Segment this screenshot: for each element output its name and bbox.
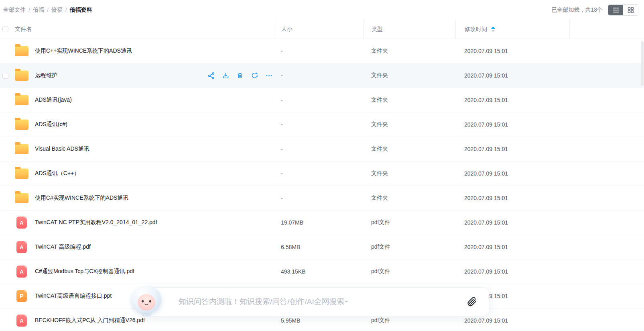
scrollbar-thumb[interactable] [641,41,644,86]
file-size: 19.07MB [273,219,363,226]
column-header-name[interactable]: 文件名 [15,26,32,33]
file-size: - [273,170,363,177]
table-row[interactable]: ADS通讯(java) - 文件夹 2020.07.09 15:01 [0,88,644,112]
file-name[interactable]: ADS通讯（C++） [35,170,79,177]
table-row[interactable]: 使用C++实现WINCE系统下的ADS通讯 - 文件夹 2020.07.09 1… [0,39,644,63]
paperclip-icon [467,296,477,307]
attach-button[interactable] [466,296,478,308]
topbar-right: 已全部加载，共18个 [551,4,638,16]
file-size: - [273,195,363,201]
file-name[interactable]: BECKHOFF嵌入式PC从 入门到精通V26.pdf [35,317,145,324]
folder-icon [15,46,28,56]
pdf-file-icon: A [16,241,27,253]
file-name[interactable]: TwinCAT 高级编程.pdf [35,243,91,251]
ai-search-input[interactable]: 知识问答内测啦！知识搜索/问答/创作/AI全网搜索~ [145,287,490,316]
ppt-file-icon: P [16,290,27,302]
file-name[interactable]: 远程维护 [35,72,57,79]
table-row[interactable]: ADS通讯（C++） - 文件夹 2020.07.09 15:01 [0,161,644,186]
folder-icon [15,193,28,203]
file-mtime: 2020.07.09 15:01 [455,72,570,79]
breadcrumb-separator: / [65,7,67,13]
file-size: 5.95MB [273,317,363,324]
ai-search-placeholder: 知识问答内测啦！知识搜索/问答/创作/AI全网搜索~ [179,296,466,307]
row-checkbox[interactable] [2,73,8,79]
file-name[interactable]: Visual Basic ADS通讯 [35,145,89,153]
folder-icon [15,144,28,154]
table-row-hovered[interactable]: 远程维护 - 文件夹 2020.07.09 15:01 [0,63,644,88]
delete-button[interactable] [236,71,244,80]
file-name[interactable]: C#通过Modbus Tcp与CX控制器通讯.pdf [35,268,134,275]
sync-sparkle-icon [251,72,258,80]
grid-view-button[interactable] [623,5,638,15]
file-mtime: 2020.07.09 15:01 [455,268,570,275]
file-type: 文件夹 [363,96,455,104]
pdf-file-icon: A [16,266,27,278]
download-icon [222,72,230,80]
table-row[interactable]: ATwinCAT 高级编程.pdf 6.58MB pdf文件 2020.07.0… [0,235,644,259]
file-size: 6.58MB [273,244,363,250]
share-nodes-icon [207,72,215,80]
file-mtime: 2020.07.09 15:01 [455,195,570,201]
file-name[interactable]: TwinCAT NC PTP实用教程V2.0_2014_01_22.pdf [35,219,157,226]
file-mtime: 2020.07.09 15:01 [455,317,570,324]
table-row[interactable]: ATwinCAT NC PTP实用教程V2.0_2014_01_22.pdf 1… [0,210,644,235]
ai-assistant-bar: 知识问答内测啦！知识搜索/问答/创作/AI全网搜索~ [132,285,490,317]
folder-icon [15,119,28,130]
file-mtime: 2020.07.09 15:01 [455,146,570,152]
share-button[interactable] [207,71,215,80]
table-row[interactable]: Visual Basic ADS通讯 - 文件夹 2020.07.09 15:0… [0,137,644,161]
list-view-button[interactable] [608,5,623,15]
ai-mascot-avatar[interactable] [132,285,163,317]
file-mtime: 2020.07.09 15:01 [455,121,570,128]
file-type: pdf文件 [363,219,455,226]
breadcrumb: 全部文件 / 倍福 / 倍福 / 倍福资料 [3,6,92,14]
breadcrumb-separator: / [28,7,30,13]
file-name[interactable]: ADS通讯(java) [35,96,72,104]
breadcrumb-item-root[interactable]: 全部文件 [3,6,26,14]
ellipsis-icon [265,72,273,80]
table-row[interactable]: 使用C#实现WINCE系统下的ADS通讯 - 文件夹 2020.07.09 15… [0,186,644,210]
file-type: 文件夹 [363,194,455,202]
topbar: 全部文件 / 倍福 / 倍福 / 倍福资料 已全部加载，共18个 [0,0,644,20]
column-header-size[interactable]: 大小 [273,20,363,39]
hamburger-lines-icon [613,7,619,13]
pdf-file-icon: A [16,217,27,229]
file-size: - [273,121,363,128]
table-row[interactable]: AC#通过Modbus Tcp与CX控制器通讯.pdf 493.15KB pdf… [0,259,644,284]
file-type: 文件夹 [363,72,455,79]
file-size: - [273,97,363,103]
column-header-mtime[interactable]: 修改时间 [455,20,570,39]
select-all-checkbox[interactable] [2,26,8,32]
download-button[interactable] [221,71,230,80]
table-row[interactable]: ADS通讯(c#) - 文件夹 2020.07.09 15:01 [0,112,644,137]
file-mtime: 2020.07.09 15:01 [455,219,570,226]
file-type: 文件夹 [363,170,455,177]
sort-toggle-icon[interactable] [491,27,495,32]
file-mtime: 2020.07.09 15:01 [455,48,570,54]
file-mtime: 2020.07.09 15:01 [455,244,570,250]
load-status-text: 已全部加载，共18个 [551,6,603,14]
more-button[interactable] [264,71,273,80]
breadcrumb-item-2[interactable]: 倍福 [51,6,63,14]
file-name[interactable]: TwinCAT高级语言编程接口.ppt [35,292,112,300]
file-name[interactable]: 使用C++实现WINCE系统下的ADS通讯 [35,47,132,55]
folder-icon [15,70,28,81]
file-type: 文件夹 [363,47,455,55]
file-type: pdf文件 [363,317,455,324]
column-header-type[interactable]: 类型 [363,20,455,39]
breadcrumb-separator: / [47,7,49,13]
breadcrumb-item-1[interactable]: 倍福 [33,6,44,14]
row-actions [207,63,273,88]
file-type: 文件夹 [363,145,455,153]
sync-button[interactable] [250,71,259,80]
file-type: pdf文件 [363,243,455,251]
file-type: 文件夹 [363,121,455,128]
file-name[interactable]: 使用C#实现WINCE系统下的ADS通讯 [35,194,128,202]
table-header: 文件名 大小 类型 修改时间 [0,20,644,39]
file-name[interactable]: ADS通讯(c#) [35,121,67,128]
trash-icon [236,72,244,79]
file-size: - [273,146,363,152]
file-manager-page: 全部文件 / 倍福 / 倍福 / 倍福资料 已全部加载，共18个 文件名 [0,0,644,331]
four-squares-icon [628,7,634,13]
file-size: - [273,48,363,54]
